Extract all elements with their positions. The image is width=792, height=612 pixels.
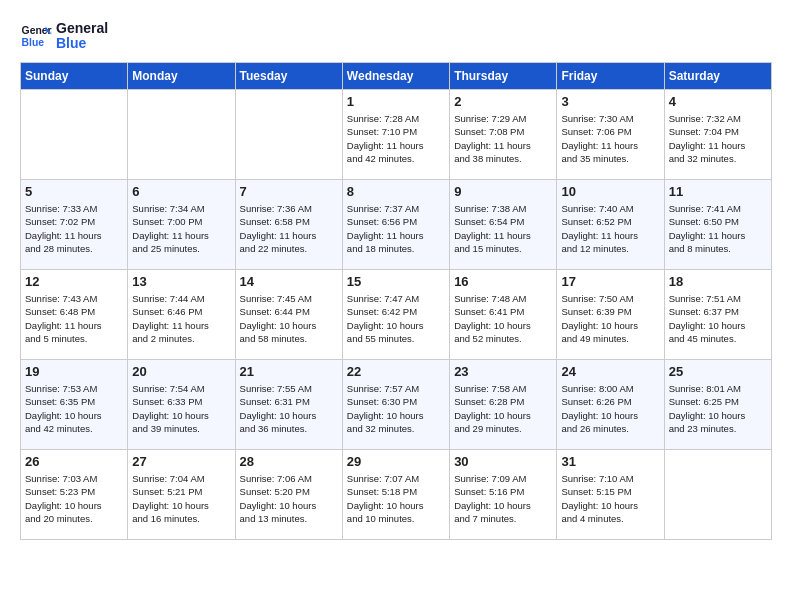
day-number: 3 (561, 94, 659, 109)
day-info: Sunrise: 7:38 AM Sunset: 6:54 PM Dayligh… (454, 202, 552, 255)
day-info: Sunrise: 7:40 AM Sunset: 6:52 PM Dayligh… (561, 202, 659, 255)
day-info: Sunrise: 7:03 AM Sunset: 5:23 PM Dayligh… (25, 472, 123, 525)
day-info: Sunrise: 7:28 AM Sunset: 7:10 PM Dayligh… (347, 112, 445, 165)
day-number: 17 (561, 274, 659, 289)
day-header-monday: Monday (128, 63, 235, 90)
calendar-cell: 15Sunrise: 7:47 AM Sunset: 6:42 PM Dayli… (342, 270, 449, 360)
day-number: 20 (132, 364, 230, 379)
calendar-cell: 11Sunrise: 7:41 AM Sunset: 6:50 PM Dayli… (664, 180, 771, 270)
day-header-sunday: Sunday (21, 63, 128, 90)
calendar-cell: 22Sunrise: 7:57 AM Sunset: 6:30 PM Dayli… (342, 360, 449, 450)
day-info: Sunrise: 7:33 AM Sunset: 7:02 PM Dayligh… (25, 202, 123, 255)
day-info: Sunrise: 7:32 AM Sunset: 7:04 PM Dayligh… (669, 112, 767, 165)
calendar-cell: 17Sunrise: 7:50 AM Sunset: 6:39 PM Dayli… (557, 270, 664, 360)
calendar-cell: 13Sunrise: 7:44 AM Sunset: 6:46 PM Dayli… (128, 270, 235, 360)
calendar-cell: 30Sunrise: 7:09 AM Sunset: 5:16 PM Dayli… (450, 450, 557, 540)
day-number: 26 (25, 454, 123, 469)
logo-icon: General Blue (20, 20, 52, 52)
days-header-row: SundayMondayTuesdayWednesdayThursdayFrid… (21, 63, 772, 90)
calendar-cell: 6Sunrise: 7:34 AM Sunset: 7:00 PM Daylig… (128, 180, 235, 270)
day-number: 31 (561, 454, 659, 469)
day-info: Sunrise: 7:48 AM Sunset: 6:41 PM Dayligh… (454, 292, 552, 345)
day-number: 21 (240, 364, 338, 379)
day-info: Sunrise: 7:09 AM Sunset: 5:16 PM Dayligh… (454, 472, 552, 525)
day-info: Sunrise: 7:54 AM Sunset: 6:33 PM Dayligh… (132, 382, 230, 435)
calendar-cell (128, 90, 235, 180)
day-info: Sunrise: 7:53 AM Sunset: 6:35 PM Dayligh… (25, 382, 123, 435)
day-header-thursday: Thursday (450, 63, 557, 90)
calendar-cell: 8Sunrise: 7:37 AM Sunset: 6:56 PM Daylig… (342, 180, 449, 270)
calendar-cell: 24Sunrise: 8:00 AM Sunset: 6:26 PM Dayli… (557, 360, 664, 450)
day-info: Sunrise: 7:50 AM Sunset: 6:39 PM Dayligh… (561, 292, 659, 345)
day-header-friday: Friday (557, 63, 664, 90)
calendar-cell: 28Sunrise: 7:06 AM Sunset: 5:20 PM Dayli… (235, 450, 342, 540)
logo: General Blue General Blue (20, 20, 108, 52)
day-info: Sunrise: 7:34 AM Sunset: 7:00 PM Dayligh… (132, 202, 230, 255)
day-info: Sunrise: 7:29 AM Sunset: 7:08 PM Dayligh… (454, 112, 552, 165)
calendar-cell: 20Sunrise: 7:54 AM Sunset: 6:33 PM Dayli… (128, 360, 235, 450)
calendar-cell (664, 450, 771, 540)
day-number: 8 (347, 184, 445, 199)
svg-text:Blue: Blue (22, 37, 45, 48)
day-number: 14 (240, 274, 338, 289)
day-number: 24 (561, 364, 659, 379)
day-number: 11 (669, 184, 767, 199)
day-number: 25 (669, 364, 767, 379)
logo-general: General (56, 21, 108, 36)
calendar-cell: 4Sunrise: 7:32 AM Sunset: 7:04 PM Daylig… (664, 90, 771, 180)
day-info: Sunrise: 7:51 AM Sunset: 6:37 PM Dayligh… (669, 292, 767, 345)
calendar-cell: 16Sunrise: 7:48 AM Sunset: 6:41 PM Dayli… (450, 270, 557, 360)
logo-blue: Blue (56, 36, 108, 51)
day-number: 27 (132, 454, 230, 469)
calendar-cell: 31Sunrise: 7:10 AM Sunset: 5:15 PM Dayli… (557, 450, 664, 540)
day-info: Sunrise: 7:30 AM Sunset: 7:06 PM Dayligh… (561, 112, 659, 165)
calendar-cell: 1Sunrise: 7:28 AM Sunset: 7:10 PM Daylig… (342, 90, 449, 180)
day-info: Sunrise: 7:43 AM Sunset: 6:48 PM Dayligh… (25, 292, 123, 345)
day-info: Sunrise: 7:10 AM Sunset: 5:15 PM Dayligh… (561, 472, 659, 525)
calendar-cell: 18Sunrise: 7:51 AM Sunset: 6:37 PM Dayli… (664, 270, 771, 360)
calendar-cell (235, 90, 342, 180)
calendar-cell: 19Sunrise: 7:53 AM Sunset: 6:35 PM Dayli… (21, 360, 128, 450)
day-number: 12 (25, 274, 123, 289)
calendar-cell: 2Sunrise: 7:29 AM Sunset: 7:08 PM Daylig… (450, 90, 557, 180)
day-info: Sunrise: 7:57 AM Sunset: 6:30 PM Dayligh… (347, 382, 445, 435)
day-info: Sunrise: 7:44 AM Sunset: 6:46 PM Dayligh… (132, 292, 230, 345)
calendar-cell: 29Sunrise: 7:07 AM Sunset: 5:18 PM Dayli… (342, 450, 449, 540)
week-row-5: 26Sunrise: 7:03 AM Sunset: 5:23 PM Dayli… (21, 450, 772, 540)
week-row-1: 1Sunrise: 7:28 AM Sunset: 7:10 PM Daylig… (21, 90, 772, 180)
day-number: 19 (25, 364, 123, 379)
week-row-4: 19Sunrise: 7:53 AM Sunset: 6:35 PM Dayli… (21, 360, 772, 450)
day-number: 30 (454, 454, 552, 469)
calendar-cell: 23Sunrise: 7:58 AM Sunset: 6:28 PM Dayli… (450, 360, 557, 450)
calendar-cell: 3Sunrise: 7:30 AM Sunset: 7:06 PM Daylig… (557, 90, 664, 180)
calendar-cell: 9Sunrise: 7:38 AM Sunset: 6:54 PM Daylig… (450, 180, 557, 270)
day-number: 18 (669, 274, 767, 289)
page-header: General Blue General Blue (20, 20, 772, 52)
day-info: Sunrise: 7:36 AM Sunset: 6:58 PM Dayligh… (240, 202, 338, 255)
day-number: 23 (454, 364, 552, 379)
day-number: 1 (347, 94, 445, 109)
day-number: 13 (132, 274, 230, 289)
day-number: 2 (454, 94, 552, 109)
week-row-2: 5Sunrise: 7:33 AM Sunset: 7:02 PM Daylig… (21, 180, 772, 270)
day-number: 7 (240, 184, 338, 199)
day-info: Sunrise: 7:41 AM Sunset: 6:50 PM Dayligh… (669, 202, 767, 255)
day-info: Sunrise: 7:07 AM Sunset: 5:18 PM Dayligh… (347, 472, 445, 525)
day-info: Sunrise: 7:04 AM Sunset: 5:21 PM Dayligh… (132, 472, 230, 525)
calendar-cell: 27Sunrise: 7:04 AM Sunset: 5:21 PM Dayli… (128, 450, 235, 540)
calendar-cell: 10Sunrise: 7:40 AM Sunset: 6:52 PM Dayli… (557, 180, 664, 270)
calendar-cell: 26Sunrise: 7:03 AM Sunset: 5:23 PM Dayli… (21, 450, 128, 540)
day-number: 9 (454, 184, 552, 199)
day-info: Sunrise: 7:37 AM Sunset: 6:56 PM Dayligh… (347, 202, 445, 255)
day-number: 15 (347, 274, 445, 289)
day-header-wednesday: Wednesday (342, 63, 449, 90)
calendar-cell: 21Sunrise: 7:55 AM Sunset: 6:31 PM Dayli… (235, 360, 342, 450)
calendar-cell: 25Sunrise: 8:01 AM Sunset: 6:25 PM Dayli… (664, 360, 771, 450)
calendar-cell (21, 90, 128, 180)
day-number: 16 (454, 274, 552, 289)
day-info: Sunrise: 8:01 AM Sunset: 6:25 PM Dayligh… (669, 382, 767, 435)
day-info: Sunrise: 7:55 AM Sunset: 6:31 PM Dayligh… (240, 382, 338, 435)
day-header-tuesday: Tuesday (235, 63, 342, 90)
calendar-cell: 5Sunrise: 7:33 AM Sunset: 7:02 PM Daylig… (21, 180, 128, 270)
day-header-saturday: Saturday (664, 63, 771, 90)
